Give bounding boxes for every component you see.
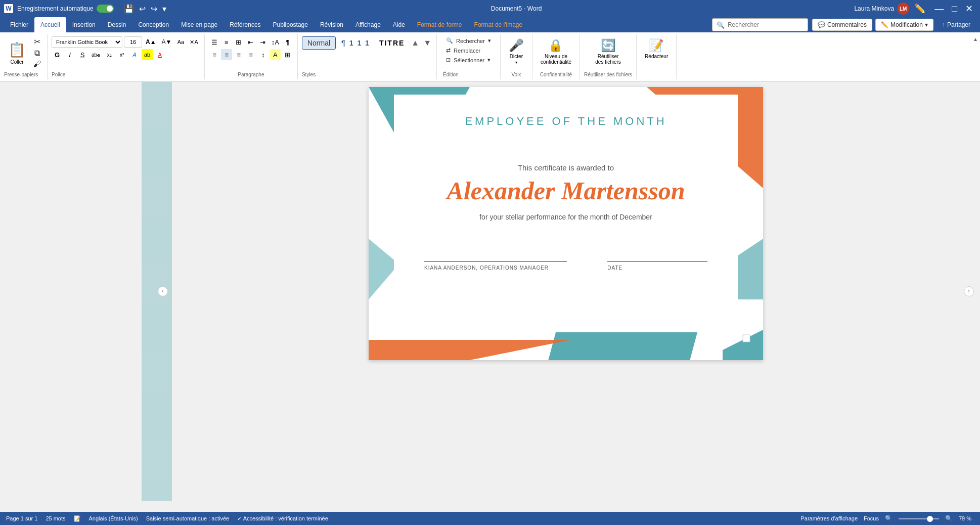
minimize-button[interactable]: — — [931, 4, 947, 13]
autosave-toggle[interactable] — [97, 5, 114, 13]
numbering-button[interactable]: ≡ — [221, 36, 232, 48]
font-row-2: G I S abc̶ x₂ x² A ab A — [52, 49, 200, 60]
increase-indent-button[interactable]: ⇥ — [257, 36, 269, 48]
document-area[interactable]: EMPLOYEE OF THE MONTH This certificate i… — [172, 82, 960, 501]
font-color-button[interactable]: A — [154, 49, 165, 60]
quick-access-bar: 💾 ↩ ↪ ▾ — [122, 3, 168, 15]
styles-scroll-up[interactable]: ▲ — [410, 37, 420, 49]
svg-marker-3 — [369, 340, 571, 360]
undo-button[interactable]: ↩ — [137, 3, 148, 15]
cut-button[interactable]: ✂ — [31, 36, 43, 47]
shading-button[interactable]: A — [270, 49, 281, 60]
italic-button[interactable]: I — [64, 49, 75, 60]
svg-rect-2 — [548, 330, 698, 360]
align-left-button[interactable]: ≡ — [209, 49, 220, 60]
tab-aide[interactable]: Aide — [387, 17, 411, 32]
style-titre[interactable]: TITRE — [376, 37, 408, 49]
copy-button[interactable]: ⧉ — [31, 48, 43, 58]
font-group: Franklin Gothic Book A▲ A▼ Aa ✕A G I S a… — [48, 34, 205, 79]
multilevel-button[interactable]: ⊞ — [233, 36, 244, 48]
cert-name: Alexander Martensson — [447, 176, 685, 205]
clipboard-label: Presse-papiers — [4, 70, 43, 77]
dicter-button[interactable]: 🎤 Dicter ▾ — [505, 36, 528, 67]
tab-revision[interactable]: Révision — [314, 17, 349, 32]
reutiliser-label: Réutiliser des fichiers — [584, 70, 632, 77]
underline-button[interactable]: S — [77, 49, 88, 60]
styles-gallery: Normal ¶ 1 1 1 TITRE ▲ ▼ — [302, 36, 432, 50]
scroll-right-button[interactable]: › — [964, 286, 974, 296]
line-spacing-button[interactable]: ↕ — [257, 49, 269, 60]
main-area: ‹ — [0, 82, 980, 501]
tab-dessin[interactable]: Dessin — [102, 17, 132, 32]
tab-accueil[interactable]: Accueil — [34, 17, 66, 32]
styles-scroll-down[interactable]: ▼ — [422, 37, 432, 49]
coller-icon: 📋 — [8, 41, 26, 58]
paragraph-group: ☰ ≡ ⊞ ⇤ ⇥ ↕A ¶ ≡ ≡ ≡ ≡ ↕ A ⊞ Paragraphe — [205, 34, 298, 79]
cert-description: for your stellar performance for the mon… — [479, 213, 652, 221]
tab-format-image[interactable]: Format de l'image — [468, 17, 529, 32]
search-input[interactable] — [728, 21, 804, 28]
format-painter-button[interactable]: 🖌 — [31, 59, 43, 69]
align-right-button[interactable]: ≡ — [233, 49, 244, 60]
customize-icon[interactable]: ✏️ — [912, 3, 927, 14]
highlight-button[interactable]: ab — [142, 49, 153, 60]
bullets-button[interactable]: ☰ — [209, 36, 220, 48]
redo-button[interactable]: ↪ — [149, 3, 159, 15]
confidentialite-button[interactable]: 🔒 Niveau de confidentialité — [537, 36, 575, 67]
font-select[interactable]: Franklin Gothic Book — [52, 36, 122, 48]
tab-publipostage[interactable]: Publipostage — [267, 17, 314, 32]
tab-insertion[interactable]: Insertion — [66, 17, 102, 32]
tab-format-forme[interactable]: Format de forme — [411, 17, 468, 32]
confidentialite-label: Confidentialité — [540, 70, 572, 77]
text-effects-button[interactable]: A — [129, 49, 140, 60]
cert-sig-2: DATE — [607, 261, 707, 271]
bold-button[interactable]: G — [52, 49, 63, 60]
tab-fichier[interactable]: Fichier — [4, 17, 34, 32]
rechercher-button[interactable]: 🔍 Rechercher ▾ — [443, 36, 494, 45]
modification-button[interactable]: ✏️ Modification ▾ — [875, 19, 933, 31]
remplacer-button[interactable]: ⇄ Remplacer — [443, 46, 494, 55]
font-shrink-button[interactable]: A▼ — [160, 36, 174, 48]
font-grow-button[interactable]: A▲ — [144, 36, 158, 48]
justify-button[interactable]: ≡ — [245, 49, 256, 60]
commentaires-button[interactable]: 💬 Commentaires — [812, 19, 872, 31]
reutiliser-group: 🔄 Réutiliser des fichiers Réutiliser des… — [580, 34, 637, 79]
case-button[interactable]: Aa — [175, 36, 186, 48]
voix-label: Voix — [511, 70, 521, 77]
selectionner-button[interactable]: ⊡ Sélectionner ▾ — [443, 56, 494, 64]
save-button[interactable]: 💾 — [122, 3, 136, 15]
tab-references[interactable]: Références — [224, 17, 266, 32]
cert-subtitle: This certificate is awarded to — [518, 163, 614, 172]
ribbon-collapse-button[interactable]: ▲ — [973, 36, 978, 42]
subscript-button[interactable]: x₂ — [104, 49, 115, 60]
style-normal[interactable]: Normal — [302, 36, 336, 50]
scroll-left-button[interactable]: ‹ — [158, 286, 168, 296]
modification-chevron: ▾ — [925, 21, 928, 28]
close-button[interactable]: ✕ — [962, 4, 976, 13]
font-size-input[interactable] — [124, 36, 142, 48]
more-button[interactable]: ▾ — [160, 3, 168, 15]
maximize-button[interactable]: □ — [949, 4, 960, 13]
clear-format-button[interactable]: ✕A — [188, 36, 200, 48]
voix-group: 🎤 Dicter ▾ Voix — [501, 34, 532, 79]
redacteur-icon: 📝 — [649, 38, 664, 53]
tab-conception[interactable]: Conception — [132, 17, 175, 32]
cert-sig-1: KIANA ANDERSON, OPERATIONS MANAGER — [424, 261, 567, 271]
style-heading1[interactable]: ¶ 1 1 1 — [338, 37, 374, 49]
selectionner-chevron: ▾ — [487, 57, 491, 63]
redacteur-button[interactable]: 📝 Rédacteur — [641, 36, 672, 61]
align-center-button[interactable]: ≡ — [221, 49, 232, 60]
pilcrow-button[interactable]: ¶ — [282, 36, 293, 48]
partager-button[interactable]: ↑ Partager — [937, 19, 976, 31]
coller-button[interactable]: 📋 Coller — [4, 39, 30, 67]
strikethrough-button[interactable]: abc̶ — [90, 49, 102, 60]
reutiliser-button[interactable]: 🔄 Réutiliser des fichiers — [591, 36, 625, 67]
sort-button[interactable]: ↕A — [270, 36, 281, 48]
confidentialite-icon: 🔒 — [548, 38, 563, 53]
tab-mise-en-page[interactable]: Mise en page — [175, 17, 224, 32]
borders-button[interactable]: ⊞ — [282, 49, 293, 60]
superscript-button[interactable]: x² — [116, 49, 127, 60]
clipboard-small-btns: ✂ ⧉ 🖌 — [31, 36, 43, 70]
tab-affichage[interactable]: Affichage — [349, 17, 387, 32]
decrease-indent-button[interactable]: ⇤ — [245, 36, 256, 48]
